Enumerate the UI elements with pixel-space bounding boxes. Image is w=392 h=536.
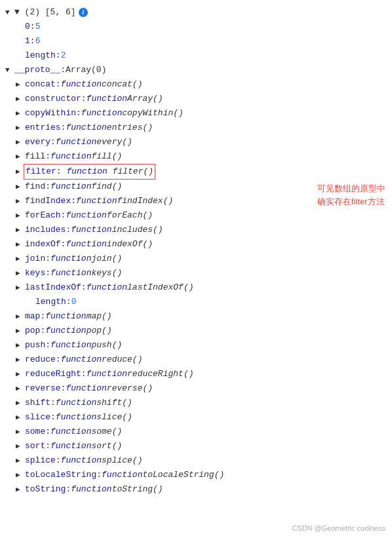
function-keyword: function: [61, 453, 102, 468]
function-name: shift(): [96, 396, 132, 410]
expand-arrow[interactable]: [16, 482, 25, 497]
function-name: includes(): [112, 223, 163, 237]
expand-arrow[interactable]: [16, 149, 25, 164]
function-name: reverse(): [107, 381, 153, 396]
expand-arrow[interactable]: [5, 63, 14, 77]
list-item: join: function join(): [5, 252, 392, 266]
function-name: toLocaleString(): [142, 468, 224, 482]
expand-arrow[interactable]: [16, 338, 25, 353]
key: toLocaleString: [25, 468, 96, 482]
key: splice: [25, 453, 56, 468]
expand-arrow[interactable]: [16, 280, 25, 295]
expand-arrow[interactable]: [16, 381, 25, 396]
list-item: reduceRight: function reduceRight(): [5, 367, 392, 381]
expand-arrow[interactable]: [16, 252, 25, 266]
key: reduce: [25, 353, 56, 367]
list-item: indexOf: function indexOf(): [5, 237, 392, 252]
expand-arrow[interactable]: [16, 266, 25, 280]
list-item: reverse: function reverse(): [5, 381, 392, 396]
function-keyword: function: [102, 468, 142, 482]
key: forEach: [25, 208, 61, 223]
function-keyword: function: [87, 280, 127, 295]
header-line: ▼ (2) [5, 6] i: [5, 5, 392, 20]
expand-arrow[interactable]: [16, 396, 25, 410]
list-item: lastIndexOf: function lastIndexOf(): [5, 280, 392, 295]
expand-arrow[interactable]: [16, 353, 25, 367]
expand-arrow[interactable]: [16, 324, 25, 338]
expand-arrow[interactable]: [16, 439, 25, 453]
expand-arrow[interactable]: [16, 135, 25, 149]
expand-arrow[interactable]: [16, 194, 25, 208]
function-name: fill(): [91, 149, 122, 164]
list-item: entries: function entries(): [5, 121, 392, 135]
key: map: [25, 309, 40, 324]
function-keyword: function: [61, 77, 102, 92]
root-arrow[interactable]: [5, 5, 14, 20]
annotation-line1: 可见数组的原型中: [317, 183, 385, 193]
key: __proto__: [14, 63, 60, 77]
expand-arrow[interactable]: [16, 77, 25, 92]
function-keyword: function: [45, 309, 86, 324]
expand-arrow[interactable]: [16, 208, 25, 223]
key: includes: [25, 223, 66, 237]
function-name: entries(): [107, 121, 153, 135]
function-name: Array(): [127, 92, 163, 106]
watermark: CSDN @Geometric coolness: [292, 524, 385, 532]
list-item: 0: 5: [5, 20, 392, 34]
key: indexOf: [25, 237, 61, 252]
function-keyword: function: [56, 410, 96, 425]
function-keyword: function: [61, 353, 102, 367]
key: copyWithin: [25, 106, 76, 121]
list-item: slice: function slice(): [5, 410, 392, 425]
value: 2: [61, 48, 66, 63]
function-keyword: function: [50, 180, 91, 194]
list-item: some: function some(): [5, 425, 392, 439]
function-keyword: function: [66, 121, 106, 135]
list-item: sort: function sort(): [5, 439, 392, 453]
value: 6: [35, 34, 41, 48]
expand-arrow[interactable]: [16, 367, 25, 381]
expand-arrow[interactable]: [16, 92, 25, 106]
list-item: shift: function shift(): [5, 396, 392, 410]
expand-arrow[interactable]: [16, 121, 25, 135]
expand-arrow[interactable]: [16, 309, 25, 324]
list-item: __proto__: Array(0): [5, 63, 392, 77]
expand-arrow[interactable]: [16, 237, 25, 252]
key: filter: [26, 166, 56, 176]
info-icon: i: [79, 8, 88, 17]
expand-arrow[interactable]: [16, 425, 25, 439]
expand-arrow[interactable]: [16, 106, 25, 121]
list-item: filter: function filter(): [5, 164, 392, 180]
value: Array(0): [66, 63, 106, 77]
key: reverse: [25, 381, 61, 396]
function-keyword: function: [50, 266, 91, 280]
list-item: toString: function toString(): [5, 482, 392, 497]
list-item: keys: function keys(): [5, 266, 392, 280]
function-name: concat(): [102, 77, 142, 92]
function-name: reduceRight(): [127, 367, 193, 381]
key: entries: [25, 121, 61, 135]
function-keyword: function: [56, 135, 96, 149]
function-name: every(): [96, 135, 132, 149]
key: 0: [25, 20, 30, 34]
function-keyword: function: [71, 223, 111, 237]
function-keyword: function: [66, 166, 112, 176]
annotation: 可见数组的原型中 确实存在filter方法: [317, 182, 385, 208]
function-keyword: function: [66, 381, 106, 396]
list-item: concat: function concat(): [5, 77, 392, 92]
function-name: map(): [87, 309, 112, 324]
list-item: map: function map(): [5, 309, 392, 324]
function-keyword: function: [56, 396, 96, 410]
lines-container: 0: 51: 6length: 2__proto__: Array(0)conc…: [5, 20, 392, 497]
expand-arrow[interactable]: [16, 223, 25, 237]
expand-arrow[interactable]: [16, 410, 25, 425]
key: length: [35, 295, 66, 309]
function-name: forEach(): [107, 208, 153, 223]
list-item: length: 0: [5, 295, 392, 309]
expand-arrow[interactable]: [16, 453, 25, 468]
function-name: lastIndexOf(): [127, 280, 193, 295]
key: keys: [25, 266, 45, 280]
expand-arrow[interactable]: [16, 180, 25, 194]
expand-arrow[interactable]: [16, 468, 25, 482]
value: 0: [71, 295, 77, 309]
